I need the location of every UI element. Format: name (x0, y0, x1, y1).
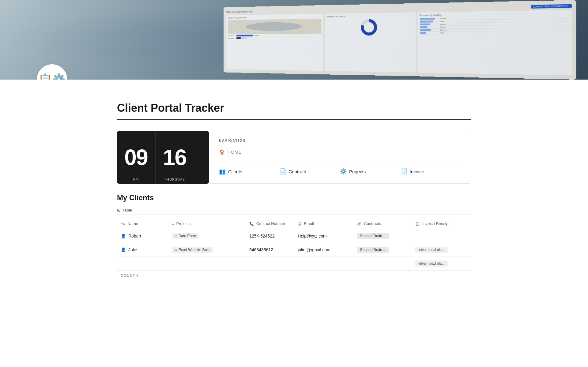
title-divider (117, 119, 471, 120)
clock-period: PM (133, 178, 139, 181)
cell-name-julie: 👤 Julie (117, 243, 168, 257)
th-contracts: 🔗 Contracts (353, 218, 412, 229)
nav-link-contract-label: Contract (289, 169, 306, 174)
th-contact: 📞 Contact Number (246, 218, 294, 229)
home-icon: 🏠 (219, 149, 225, 155)
cell-contract-extra (353, 257, 412, 271)
project-value-julie: Exert Website Build (179, 248, 211, 252)
contract-icon: 📄 (280, 168, 286, 175)
table-row: letter head bla... (117, 257, 471, 271)
nav-title: NAVIGATION (219, 139, 461, 142)
th-invoice-label: Invoice Receipt (422, 221, 450, 226)
cell-contact-extra (246, 257, 294, 271)
cell-project-julie: ≋ Exert Website Build (168, 243, 246, 257)
widget-row: 09 PM 16 THURSDAY NAVIGATION 🏠 HOME 👥 Cl… (117, 131, 471, 184)
invoice-badge-julie[interactable]: letter head bla... (415, 247, 448, 253)
contract-badge-julie[interactable]: Second Brain ... (357, 247, 389, 253)
cell-invoice-extra: letter head bla... (412, 257, 471, 271)
cell-contact-robert: 1254-524522 (246, 229, 294, 243)
page-content: Client Portal Tracker 09 PM 16 THURSDAY … (89, 80, 499, 280)
tag-stack-icon: ≋ (174, 248, 177, 252)
th-contact-icon: 📞 (249, 222, 254, 226)
table-body: 👤 Robert ≋ Data Entry 1254-524522 (117, 229, 471, 271)
cell-project-extra (168, 257, 246, 271)
page-title: Client Portal Tracker (117, 102, 471, 114)
table-label-text: Table (123, 208, 132, 212)
name-value-robert: Robert (128, 234, 141, 238)
nav-home-text: HOME (228, 150, 242, 155)
nav-home-row[interactable]: 🏠 HOME (219, 147, 461, 157)
cell-invoice-robert (412, 229, 471, 243)
nav-link-invoice-label: Invoice (410, 169, 424, 174)
person-icon: 👤 (121, 234, 126, 238)
th-email-label: Email (304, 221, 314, 226)
banner-container: What are your top devices? COHORT ANALYS… (0, 0, 588, 80)
cell-contact-julie: 5468435612 (246, 243, 294, 257)
project-value-robert: Data Entry (179, 234, 196, 238)
table-header-row: Aa Name ≡ Projects 📞 Contact Number @ Em… (117, 218, 471, 229)
project-tag-robert[interactable]: ≋ Data Entry (172, 233, 198, 239)
th-name-label: Name (127, 221, 138, 226)
nav-link-clients[interactable]: 👥 Clients (219, 167, 280, 176)
clock-day: THURSDAY (164, 178, 185, 181)
clients-section: My Clients ⊞ Table Aa Name ≡ Projects 📞 (117, 193, 471, 280)
th-contracts-icon: 🔗 (357, 222, 362, 226)
nav-link-contract[interactable]: 📄 Contract (280, 167, 340, 176)
nav-link-invoice[interactable]: 🧾 Invoice (401, 167, 461, 176)
clock-minute-panel: 16 THURSDAY (156, 131, 194, 184)
th-contact-label: Contact Number (256, 221, 285, 226)
table-header: Aa Name ≡ Projects 📞 Contact Number @ Em… (117, 218, 471, 229)
email-value-robert: Help@xyz.com (298, 234, 326, 238)
cell-project-robert: ≋ Data Entry (168, 229, 246, 243)
tag-stack-icon: ≋ (174, 234, 177, 238)
banner: What are your top devices? COHORT ANALYS… (0, 0, 588, 80)
project-tag-julie[interactable]: ≋ Exert Website Build (172, 247, 213, 253)
cell-invoice-julie: letter head bla... (412, 243, 471, 257)
invoice-badge-extra[interactable]: letter head bla... (415, 260, 448, 267)
cell-contract-julie: Second Brain ... (353, 243, 412, 257)
nav-link-projects[interactable]: ⚙️ Projects (340, 167, 401, 176)
table-label-icon: ⊞ (117, 208, 121, 212)
th-invoice-icon: 📋 (415, 222, 420, 226)
laptop-screen: What are your top devices? COHORT ANALYS… (224, 0, 576, 80)
clock-hour: 09 (124, 146, 148, 168)
table-row: 👤 Robert ≋ Data Entry 1254-524522 (117, 229, 471, 243)
clients-table: Aa Name ≡ Projects 📞 Contact Number @ Em… (117, 218, 471, 271)
clients-icon: 👥 (219, 168, 226, 175)
cell-email-robert: Help@xyz.com (294, 229, 353, 243)
contract-badge-robert[interactable]: Second Brain ... (357, 233, 389, 239)
clock-hour-panel: 09 PM (117, 131, 156, 184)
clock-minute: 16 (163, 146, 186, 168)
th-contracts-label: Contracts (364, 221, 381, 226)
logo-icon: 📋⚙️ (38, 74, 66, 80)
person-icon: 👤 (121, 247, 126, 252)
nav-links-row: 👥 Clients 📄 Contract ⚙️ Projects 🧾 Invoi… (219, 162, 461, 176)
page-title-section: Client Portal Tracker (117, 80, 471, 131)
cell-email-extra (294, 257, 353, 271)
cell-contract-robert: Second Brain ... (353, 229, 412, 243)
th-invoice: 📋 Invoice Receipt (412, 218, 471, 229)
nav-link-clients-label: Clients (228, 169, 242, 174)
cell-name-robert: 👤 Robert (117, 229, 168, 243)
table-label: ⊞ Table (117, 206, 471, 215)
th-projects-icon: ≡ (172, 222, 174, 226)
count-row: COUNT 9 (117, 271, 471, 280)
cell-email-julie: julie|@gmail.com (294, 243, 353, 257)
clock-widget: 09 PM 16 THURSDAY (117, 131, 209, 184)
email-value-julie: julie|@gmail.com (298, 247, 330, 252)
contact-value-robert: 1254-524522 (249, 234, 275, 238)
th-name-icon: Aa (121, 222, 125, 226)
count-label: COUNT (121, 273, 135, 278)
th-email: @ Email (294, 218, 353, 229)
th-projects: ≡ Projects (168, 218, 246, 229)
th-name: Aa Name (117, 218, 168, 229)
invoice-icon: 🧾 (401, 168, 407, 175)
th-projects-label: Projects (176, 221, 191, 226)
contact-value-julie: 5468435612 (249, 247, 273, 252)
table-row: 👤 Julie ≋ Exert Website Build 5468435612 (117, 243, 471, 257)
nav-panel: NAVIGATION 🏠 HOME 👥 Clients 📄 Contract ⚙… (209, 131, 471, 184)
th-email-icon: @ (298, 222, 301, 226)
clients-section-title: My Clients (117, 193, 471, 202)
projects-icon: ⚙️ (340, 168, 347, 175)
count-value: 9 (136, 273, 138, 278)
